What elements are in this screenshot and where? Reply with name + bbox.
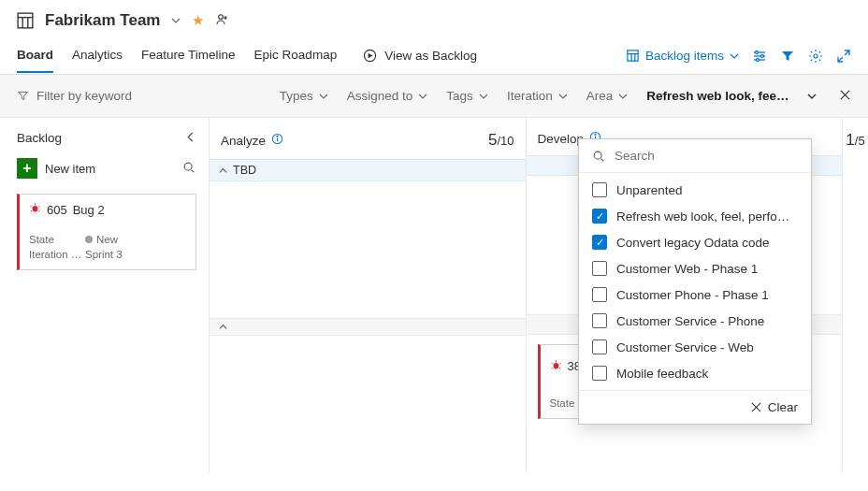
svg-point-14 — [761, 54, 764, 57]
clear-filter-icon[interactable] — [839, 89, 851, 104]
dropdown-item-label: Convert legacy Odata code — [616, 236, 770, 250]
dropdown-item-label: Refresh web look, feel, perfo… — [616, 209, 789, 224]
team-board-icon — [17, 12, 34, 29]
svg-point-4 — [219, 14, 224, 19]
svg-line-23 — [31, 210, 33, 212]
tabs-row: Board Analytics Feature Timeline Epic Ro… — [0, 37, 868, 75]
checkbox-icon[interactable] — [592, 261, 607, 276]
column-rightmost: 1/5 — [842, 118, 868, 472]
fullscreen-icon[interactable] — [836, 49, 851, 64]
swimlane-tbd[interactable]: TBD — [210, 159, 526, 181]
svg-point-27 — [277, 136, 278, 137]
favorite-star-icon[interactable]: ★ — [192, 12, 204, 29]
card-state-label: State — [29, 234, 85, 245]
tab-feature-timeline[interactable]: Feature Timeline — [141, 38, 236, 73]
column-rightmost-wip: 1/5 — [843, 131, 868, 150]
filter-assigned-to[interactable]: Assigned to — [347, 89, 428, 103]
svg-rect-0 — [18, 13, 33, 28]
checkbox-icon[interactable] — [592, 366, 607, 381]
dropdown-item[interactable]: Customer Phone - Phase 1 — [579, 282, 811, 308]
dropdown-item-label: Customer Service - Phone — [616, 314, 764, 328]
filter-keyword-placeholder: Filter by keyword — [36, 89, 132, 103]
column-analyze: Analyze 5/10 TBD — [210, 118, 527, 472]
card-name: Bug 2 — [73, 203, 105, 217]
card-iteration-value: Sprint 3 — [85, 249, 186, 260]
dropdown-clear-button[interactable]: Clear — [750, 400, 798, 414]
backlog-column: Backlog + New item 605 Bug 2 State New — [0, 118, 210, 472]
filter-area[interactable]: Area — [586, 89, 629, 103]
dropdown-item-label: Customer Web - Phase 1 — [616, 262, 758, 276]
team-chevron-icon[interactable] — [171, 14, 181, 28]
filter-parent-active[interactable]: Refresh web look, fee… — [646, 89, 817, 103]
dropdown-item[interactable]: Customer Service - Phone — [579, 308, 811, 334]
page-header: Fabrikam Team ★ — [0, 0, 868, 37]
toolbar-right: Backlog items — [626, 49, 851, 64]
info-icon[interactable] — [271, 133, 283, 148]
svg-line-21 — [31, 206, 33, 208]
backlog-items-dropdown[interactable]: Backlog items — [626, 49, 739, 63]
svg-line-22 — [38, 206, 40, 208]
swimlane-collapsed[interactable] — [210, 318, 526, 336]
dropdown-list: UnparentedRefresh web look, feel, perfo…… — [579, 173, 811, 390]
svg-line-34 — [558, 363, 560, 365]
checkbox-icon[interactable] — [592, 313, 607, 328]
bug-icon — [550, 359, 562, 374]
dropdown-item[interactable]: Customer Web - Phase 1 — [579, 255, 811, 282]
new-item-button[interactable]: + — [17, 158, 37, 179]
svg-point-15 — [757, 58, 760, 61]
bug-icon — [29, 202, 41, 217]
svg-point-13 — [756, 51, 759, 53]
dropdown-item[interactable]: Convert legacy Odata code — [579, 229, 811, 255]
filter-keyword-input[interactable]: Filter by keyword — [17, 89, 132, 103]
column-analyze-name: Analyze — [221, 134, 266, 148]
svg-point-37 — [594, 152, 601, 159]
filter-types[interactable]: Types — [280, 89, 328, 103]
parent-filter-dropdown: UnparentedRefresh web look, feel, perfo…… — [578, 138, 812, 425]
filter-tags[interactable]: Tags — [446, 89, 488, 103]
dropdown-item-label: Unparented — [616, 183, 683, 197]
gear-icon[interactable] — [808, 49, 823, 64]
tab-board[interactable]: Board — [17, 38, 53, 73]
dropdown-item[interactable]: Mobile feedback — [579, 360, 811, 386]
svg-point-17 — [184, 163, 192, 170]
dropdown-item-label: Mobile feedback — [616, 367, 708, 381]
checkbox-icon[interactable] — [592, 287, 607, 302]
team-name[interactable]: Fabrikam Team — [45, 11, 160, 30]
checkbox-icon[interactable] — [592, 339, 607, 354]
filter-iteration[interactable]: Iteration — [507, 89, 568, 103]
backlog-title: Backlog — [17, 131, 62, 145]
dropdown-item-label: Customer Phone - Phase 1 — [616, 288, 769, 302]
svg-rect-6 — [628, 51, 638, 61]
dropdown-search[interactable] — [579, 139, 811, 173]
settings-sliders-icon[interactable] — [752, 49, 767, 64]
dropdown-item[interactable]: Customer Service - Web — [579, 334, 811, 360]
svg-line-24 — [38, 210, 40, 212]
filter-funnel-icon[interactable] — [780, 49, 795, 64]
checkbox-icon[interactable] — [592, 209, 607, 224]
filter-bar: Filter by keyword Types Assigned to Tags… — [0, 75, 868, 118]
view-as-backlog-label: View as Backlog — [384, 49, 477, 63]
new-item-label[interactable]: New item — [45, 162, 95, 176]
tabs: Board Analytics Feature Timeline Epic Ro… — [17, 38, 337, 73]
svg-point-19 — [33, 206, 38, 212]
tab-analytics[interactable]: Analytics — [72, 38, 123, 73]
svg-line-33 — [551, 363, 553, 365]
card-iteration-label: Iteration … — [29, 249, 85, 260]
dropdown-item-label: Customer Service - Web — [616, 340, 754, 354]
card-id: 605 — [47, 203, 67, 217]
checkbox-icon[interactable] — [592, 235, 607, 250]
tab-epic-roadmap[interactable]: Epic Roadmap — [254, 38, 338, 73]
dropdown-search-input[interactable] — [615, 149, 798, 163]
backlog-card[interactable]: 605 Bug 2 State New Iteration … Sprint 3 — [17, 194, 196, 270]
card-state-value: New — [85, 234, 186, 245]
view-as-backlog-link[interactable]: View as Backlog — [363, 49, 477, 63]
dropdown-item[interactable]: Unparented — [579, 177, 811, 203]
team-members-icon[interactable] — [215, 12, 230, 30]
column-analyze-wip: 5/10 — [488, 131, 514, 150]
checkbox-icon[interactable] — [592, 182, 607, 197]
svg-line-18 — [192, 169, 195, 172]
backlog-search-icon[interactable] — [182, 161, 195, 177]
dropdown-item[interactable]: Refresh web look, feel, perfo… — [579, 203, 811, 229]
svg-point-31 — [553, 363, 558, 369]
backlog-collapse-icon[interactable] — [185, 131, 195, 145]
